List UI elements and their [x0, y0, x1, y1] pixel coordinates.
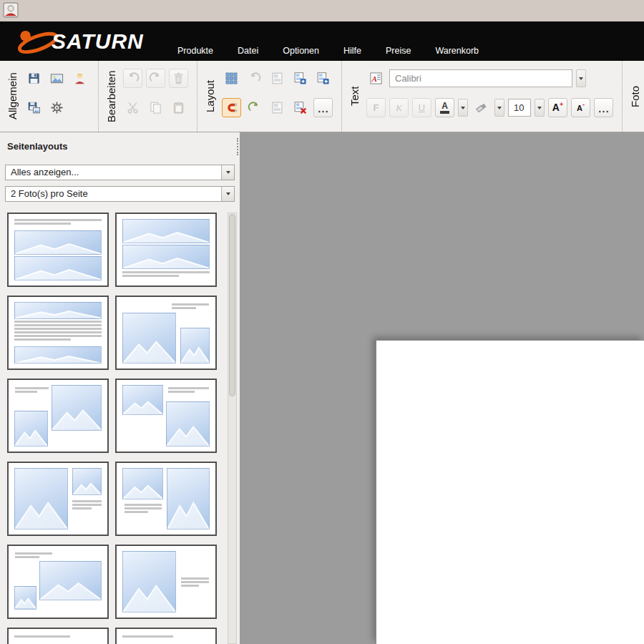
photo-placeholder [122, 468, 163, 499]
photo-placeholder [14, 302, 102, 319]
chevron-down-icon [497, 107, 502, 109]
ribbon-group-label-bearbeiten: Bearbeiten [103, 61, 119, 132]
paste-button[interactable] [169, 98, 188, 117]
menu-item-produkte[interactable]: Produkte [177, 46, 213, 56]
layout-filter-all-select[interactable]: Alles anzeigen... [5, 165, 235, 180]
layout-filter-photos-dropdown[interactable] [221, 187, 234, 201]
format-eraser-icon [474, 101, 488, 114]
text-placeholder [14, 321, 102, 343]
layout-filter-photos-value: 2 Foto(s) pro Seite [6, 187, 221, 201]
layout-thumbnail-11[interactable] [7, 628, 109, 644]
trash-button[interactable] [169, 69, 188, 88]
gear-button[interactable] [47, 98, 67, 117]
layout-copy-button[interactable] [268, 69, 287, 88]
underline-button[interactable]: U [412, 98, 431, 117]
layout-export-icon [293, 72, 307, 85]
ribbon-group-label-foto: Foto [627, 61, 643, 132]
italic-button[interactable]: K [389, 98, 409, 117]
font-family-value: Calibri [390, 73, 572, 84]
photo-placeholder [14, 256, 102, 280]
text-placeholder [14, 635, 70, 641]
chevron-down-icon [461, 107, 465, 109]
ribbon-group-bearbeiten: Bearbeiten [99, 61, 197, 132]
save-button[interactable] [24, 69, 44, 88]
layout-thumbnail-4[interactable] [115, 296, 217, 370]
font-size-dropdown-button[interactable] [535, 99, 545, 117]
font-family-select[interactable]: Calibri [389, 69, 572, 87]
copy-button[interactable] [146, 98, 165, 117]
layout-thumbnail-2[interactable] [115, 213, 217, 287]
layout-thumbnail-8[interactable] [115, 462, 217, 536]
workspace-canvas [240, 132, 644, 644]
decrease-font-button[interactable]: A- [571, 98, 590, 117]
font-size-select[interactable]: 10 [508, 99, 531, 117]
text-placeholder [14, 219, 102, 229]
italic-label: K [396, 102, 402, 114]
undo-button[interactable] [123, 69, 142, 88]
layout-copy-icon [270, 72, 284, 85]
layout-import-button[interactable] [313, 69, 333, 88]
menu-item-preise[interactable]: Preise [386, 46, 411, 56]
rotate-right-icon [248, 101, 261, 114]
text-placeholder [125, 504, 162, 516]
layout-paste-button[interactable] [268, 98, 287, 117]
format-eraser-dropdown-button[interactable] [494, 99, 504, 117]
rotate-left-button[interactable] [245, 69, 264, 88]
layout-list-scrollbar[interactable] [228, 213, 237, 644]
layout-thumbnail-1[interactable] [7, 213, 109, 287]
text-more-button[interactable] [594, 98, 613, 117]
magnet-button[interactable] [222, 98, 241, 117]
layout-filter-photos-select[interactable]: 2 Foto(s) pro Seite [5, 186, 235, 202]
format-eraser-button[interactable] [472, 98, 491, 117]
avatar-button[interactable] [70, 69, 89, 88]
avatar-icon [73, 72, 87, 85]
sidebar-title: Seitenlayouts [0, 132, 240, 159]
layout-thumbnail-3[interactable] [7, 296, 109, 370]
layout-export-button[interactable] [291, 69, 310, 88]
saturn-logo: SATURN [16, 24, 144, 59]
image-export-button[interactable] [47, 69, 67, 88]
scrollbar-thumb[interactable] [229, 214, 235, 396]
dots-button[interactable] [313, 98, 333, 117]
menu-item-warenkorb[interactable]: Warenkorb [435, 46, 479, 56]
font-color-button[interactable]: A [435, 98, 454, 117]
ribbon-group-label-text: Text [346, 61, 362, 132]
grid-button[interactable] [222, 69, 241, 88]
album-page[interactable] [376, 340, 644, 644]
layout-thumbnail-7[interactable] [7, 462, 109, 536]
font-color-dropdown-button[interactable] [458, 99, 468, 117]
layout-delete-button[interactable] [291, 98, 310, 117]
rotate-right-button[interactable] [245, 98, 264, 117]
text-placeholder [15, 387, 49, 394]
grid-icon [225, 72, 238, 85]
layout-delete-icon [293, 101, 307, 114]
font-list-button[interactable]: A [366, 69, 386, 88]
layout-thumbnail-9[interactable] [7, 545, 109, 619]
cut-icon [126, 101, 140, 114]
menu-item-optionen[interactable]: Optionen [283, 46, 319, 56]
layout-thumbnail-5[interactable] [7, 379, 109, 453]
font-size-value: 10 [509, 102, 530, 113]
layout-thumbnail-6[interactable] [115, 379, 217, 453]
redo-icon [149, 72, 162, 85]
menu-item-hilfe[interactable]: Hilfe [343, 46, 361, 56]
layout-filter-all-dropdown[interactable] [221, 165, 234, 180]
redo-button[interactable] [146, 69, 165, 88]
sidebar-splitter-handle[interactable] [237, 138, 238, 155]
font-family-dropdown-button[interactable] [576, 69, 586, 87]
copy-icon [149, 101, 162, 114]
save-image-button[interactable] [24, 98, 44, 117]
increase-font-button[interactable]: A+ [548, 98, 567, 117]
bold-button[interactable]: F [366, 98, 386, 117]
layout-thumbnail-10[interactable] [115, 545, 217, 619]
photo-placeholder [14, 346, 102, 364]
photo-placeholder [166, 401, 210, 447]
ribbon-toolbar: AllgemeinBearbeitenLayout Text A Calibri… [0, 61, 644, 132]
decrease-font-icon: A- [577, 101, 585, 114]
increase-font-icon: A+ [552, 101, 563, 114]
app-icon[interactable] [3, 2, 19, 18]
cut-button[interactable] [123, 98, 142, 117]
application-window: SATURN ProdukteDateiOptionenHilfePreiseW… [0, 0, 644, 644]
menu-item-datei[interactable]: Datei [238, 46, 258, 56]
layout-thumbnail-12[interactable] [115, 628, 217, 644]
